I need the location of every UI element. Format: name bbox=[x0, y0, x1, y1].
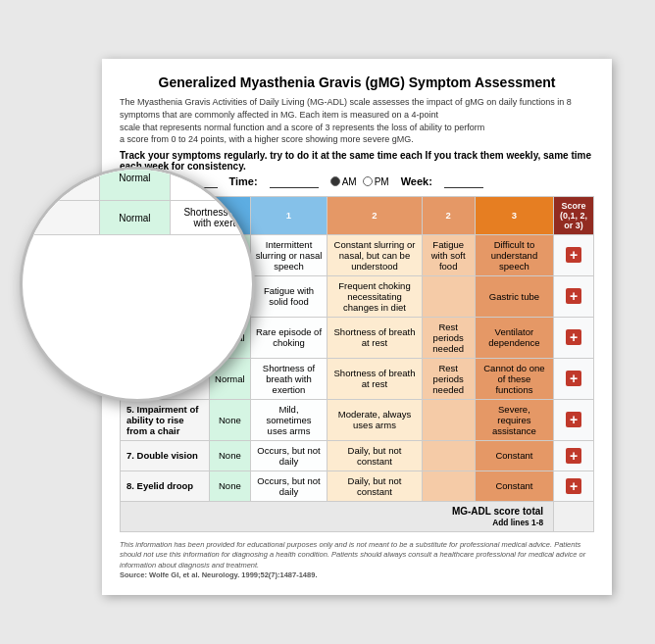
mag-breathing-col0: Normal bbox=[100, 201, 171, 235]
swallowing-score: + bbox=[554, 317, 594, 358]
breathing-grade2b: Rest periods needed bbox=[422, 358, 475, 399]
chair-grade1: Mild, sometimes uses arms bbox=[250, 399, 328, 440]
breathing-grade2a: Shortness of breath at rest bbox=[328, 358, 422, 399]
chair-plus-btn[interactable]: + bbox=[566, 412, 581, 427]
swallowing-plus-btn[interactable]: + bbox=[566, 329, 581, 345]
double-vision-plus-btn[interactable]: + bbox=[566, 448, 581, 464]
col-1-header: 1 bbox=[250, 196, 328, 234]
double-vision-grade1: Occurs, but not daily bbox=[250, 440, 328, 471]
table-row: 7. Double vision None Occurs, but not da… bbox=[121, 440, 594, 471]
chair-grade2b bbox=[422, 399, 475, 440]
double-vision-grade0: None bbox=[210, 440, 251, 471]
eyelid-plus-btn[interactable]: + bbox=[566, 478, 581, 494]
swallowing-grade1: Rare episode of choking bbox=[250, 317, 328, 358]
magnifier-table: Grade 0 1 2 1. Talking Normal Intermitte… bbox=[20, 167, 255, 235]
chewing-score: + bbox=[554, 275, 594, 317]
chewing-grade2b bbox=[422, 275, 475, 317]
description-text: The Myasthenia Gravis Activities of Dail… bbox=[120, 96, 594, 145]
breathing-grade1: Shortness of breath with exertion bbox=[250, 358, 328, 399]
total-label: MG-ADL score total Add lines 1-8 bbox=[121, 501, 554, 531]
double-vision-grade2a: Daily, but not constant bbox=[328, 440, 422, 471]
page-title: Generalized Myasthenia Gravis (gMG) Symp… bbox=[120, 74, 594, 90]
total-score-cell bbox=[554, 501, 594, 531]
pm-option[interactable]: PM bbox=[363, 176, 389, 187]
row-double-vision-label: 7. Double vision bbox=[121, 440, 210, 471]
mag-swallowing-col0: Normal bbox=[100, 167, 171, 201]
swallowing-grade2b: Rest periods needed bbox=[422, 317, 475, 358]
am-pm-group: AM PM bbox=[330, 176, 389, 187]
chair-grade3: Severe, requires assistance bbox=[475, 399, 553, 440]
talking-grade1: Intermittent slurring or nasal speech bbox=[250, 234, 328, 275]
breathing-grade3: Cannot do one of these functions bbox=[475, 358, 553, 399]
double-vision-grade2b bbox=[422, 440, 475, 471]
chair-grade2a: Moderate, always uses arms bbox=[328, 399, 422, 440]
track-instruction: Track your symptoms regularly. try to do… bbox=[120, 150, 594, 172]
talking-score: + bbox=[554, 234, 594, 275]
week-input[interactable] bbox=[444, 175, 483, 188]
swallowing-grade3: Ventilator dependence bbox=[475, 317, 553, 358]
time-input[interactable] bbox=[270, 175, 319, 188]
total-row: MG-ADL score total Add lines 1-8 bbox=[121, 501, 594, 531]
col-2b-header: 2 bbox=[422, 196, 475, 234]
am-option[interactable]: AM bbox=[330, 176, 357, 187]
mag-breathing-label bbox=[20, 201, 100, 235]
chewing-grade2a: Frequent choking necessitating changes i… bbox=[328, 275, 422, 317]
chair-score: + bbox=[554, 399, 594, 440]
talking-plus-btn[interactable]: + bbox=[566, 247, 581, 263]
breathing-score: + bbox=[554, 358, 594, 399]
talking-grade3: Difficult to understand speech bbox=[475, 234, 553, 275]
row-eyelid-label: 8. Eyelid droop bbox=[121, 471, 210, 501]
swallowing-grade2a: Shortness of breath at rest bbox=[328, 317, 422, 358]
double-vision-score: + bbox=[554, 440, 594, 471]
talking-grade2b: Fatigue with soft food bbox=[422, 234, 475, 275]
table-row: 8. Eyelid droop None Occurs, but not dai… bbox=[121, 471, 594, 501]
chewing-plus-btn[interactable]: + bbox=[566, 288, 581, 304]
table-row: 5. Impairment of ability to rise from a … bbox=[121, 399, 594, 440]
eyelid-grade1: Occurs, but not daily bbox=[250, 471, 328, 501]
row-chair-label: 5. Impairment of ability to rise from a … bbox=[121, 399, 210, 440]
mag-row-swallowing: Swallowing Normal Rare episode choking F… bbox=[20, 167, 255, 201]
mag-swallowing-col1: Rare episode choking bbox=[170, 167, 255, 201]
talking-grade2a: Constant slurring or nasal, but can be u… bbox=[328, 234, 422, 275]
eyelid-grade3: Constant bbox=[475, 471, 553, 501]
mag-breathing-col1: Shortness breath with exertion bbox=[170, 201, 255, 235]
magnifier-content: Grade 0 1 2 1. Talking Normal Intermitte… bbox=[20, 167, 255, 235]
eyelid-grade2a: Daily, but not constant bbox=[328, 471, 422, 501]
chewing-grade1: Fatigue with solid food bbox=[250, 275, 328, 317]
col-2a-header: 2 bbox=[328, 196, 422, 234]
double-vision-grade3: Constant bbox=[475, 440, 553, 471]
col-3-header: 3 bbox=[475, 196, 553, 234]
mag-swallowing-label: Swallowing bbox=[20, 167, 100, 201]
chewing-grade3: Gastric tube bbox=[475, 275, 553, 317]
chair-grade0: None bbox=[210, 399, 251, 440]
mag-row-breathing: Normal Shortness breath with exertion Sh… bbox=[20, 201, 255, 235]
footer-text: This information has been provided for e… bbox=[120, 540, 594, 581]
magnifier-overlay: Grade 0 1 2 1. Talking Normal Intermitte… bbox=[20, 167, 255, 402]
score-col-header: Score(0,1, 2, or 3) bbox=[554, 196, 594, 234]
breathing-plus-btn[interactable]: + bbox=[566, 371, 581, 386]
eyelid-grade0: None bbox=[210, 471, 251, 501]
week-label: Week: bbox=[401, 175, 432, 187]
eyelid-score: + bbox=[554, 471, 594, 501]
eyelid-grade2b bbox=[422, 471, 475, 501]
